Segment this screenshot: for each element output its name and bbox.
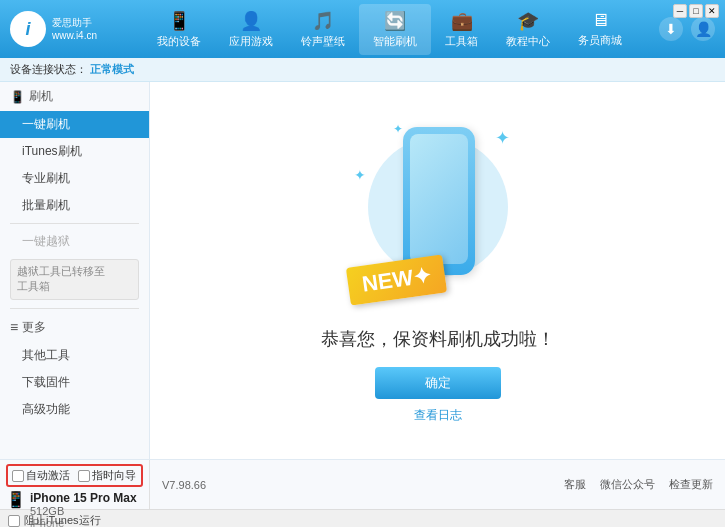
timed-guide-checkbox[interactable] [78, 470, 90, 482]
sparkle-2: ✦ [354, 167, 366, 183]
success-message: 恭喜您，保资料刷机成功啦！ [321, 327, 555, 351]
flash-icon: 🔄 [384, 10, 406, 32]
nav-smart-flash[interactable]: 🔄 智能刷机 [359, 4, 431, 55]
new-badge: NEW✦ [345, 254, 447, 305]
device-sidebar: 自动激活 指时向导 📱 iPhone 15 Pro Max 512GB iPho… [0, 460, 150, 509]
bottom-status-bar: V7.98.66 客服 微信公众号 检查更新 [150, 460, 725, 509]
logo: i 爱思助手 www.i4.cn [10, 11, 120, 47]
wechat-link[interactable]: 微信公众号 [600, 477, 655, 492]
phone-body [403, 127, 475, 275]
apps-icon: 👤 [240, 10, 262, 32]
sidebar-itunes-flash[interactable]: iTunes刷机 [0, 138, 149, 165]
minimize-button[interactable]: ─ [673, 4, 687, 18]
sidebar-divider2 [10, 308, 139, 309]
phone-screen [410, 134, 468, 264]
ringtone-icon: 🎵 [312, 10, 334, 32]
device-footer: 自动激活 指时向导 📱 iPhone 15 Pro Max 512GB iPho… [0, 459, 725, 509]
check-update-link[interactable]: 检查更新 [669, 477, 713, 492]
itunes-checkbox[interactable] [8, 515, 20, 527]
nav-ringtone[interactable]: 🎵 铃声壁纸 [287, 4, 359, 55]
maximize-button[interactable]: □ [689, 4, 703, 18]
device-name: iPhone 15 Pro Max [30, 491, 137, 505]
timed-guide-row: 指时向导 [78, 468, 136, 483]
confirm-button[interactable]: 确定 [375, 367, 501, 399]
sidebar-other-tools[interactable]: 其他工具 [0, 342, 149, 369]
sparkle-1: ✦ [495, 127, 510, 149]
auto-activate-checkbox[interactable] [12, 470, 24, 482]
phone-screen-bg [410, 134, 468, 264]
customer-service-link[interactable]: 客服 [564, 477, 586, 492]
flash-section-icon: 📱 [10, 90, 25, 104]
sidebar: 📱 刷机 一键刷机 iTunes刷机 专业刷机 批量刷机 一键越狱 越狱工具已转… [0, 82, 150, 459]
bottom-links: 客服 微信公众号 检查更新 [564, 477, 713, 492]
sidebar-jailbreak-note: 越狱工具已转移至 工具箱 [10, 259, 139, 300]
top-right-controls: ⬇ 👤 [659, 17, 715, 41]
sidebar-divider1 [10, 223, 139, 224]
close-button[interactable]: ✕ [705, 4, 719, 18]
itunes-label: 阻止iTunes运行 [24, 513, 101, 527]
nav-my-device[interactable]: 📱 我的设备 [143, 4, 215, 55]
nav-toolbox[interactable]: 💼 工具箱 [431, 4, 492, 55]
nav-apps-games[interactable]: 👤 应用游戏 [215, 4, 287, 55]
status-bar: 设备连接状态： 正常模式 [0, 58, 725, 82]
log-link[interactable]: 查看日志 [414, 407, 462, 424]
sidebar-jailbreak-disabled: 一键越狱 [0, 228, 149, 255]
checkbox-container: 自动激活 指时向导 [6, 464, 143, 487]
logo-text: 爱思助手 www.i4.cn [52, 16, 97, 42]
nav-tutorial[interactable]: 🎓 教程中心 [492, 4, 564, 55]
logo-icon: i [10, 11, 46, 47]
tutorial-icon: 🎓 [517, 10, 539, 32]
toolbox-icon: 💼 [451, 10, 473, 32]
sparkle-3: ✦ [393, 122, 403, 136]
sidebar-more-header[interactable]: ≡ 更多 [0, 313, 149, 342]
auto-activate-row: 自动激活 [12, 468, 70, 483]
sidebar-pro-flash[interactable]: 专业刷机 [0, 165, 149, 192]
nav-bar: 📱 我的设备 👤 应用游戏 🎵 铃声壁纸 🔄 智能刷机 💼 工具箱 🎓 [120, 4, 659, 55]
phone-illustration: ✦ ✦ ✦ NEW✦ [338, 117, 538, 317]
sidebar-flash-header[interactable]: 📱 刷机 [0, 82, 149, 111]
main-layout: 📱 刷机 一键刷机 iTunes刷机 专业刷机 批量刷机 一键越狱 越狱工具已转… [0, 82, 725, 459]
account-button[interactable]: 👤 [691, 17, 715, 41]
device-icon: 📱 [168, 10, 190, 32]
sidebar-batch-flash[interactable]: 批量刷机 [0, 192, 149, 219]
sidebar-one-key-flash[interactable]: 一键刷机 [0, 111, 149, 138]
service-icon: 🖥 [591, 10, 609, 31]
sidebar-advanced[interactable]: 高级功能 [0, 396, 149, 423]
top-nav-bar: i 爱思助手 www.i4.cn 📱 我的设备 👤 应用游戏 🎵 铃声壁纸 🔄 … [0, 0, 725, 58]
content-area: ✦ ✦ ✦ NEW✦ 恭喜您，保资料刷机成功啦！ 确定 查看日志 [150, 82, 725, 459]
phone-device-icon: 📱 [6, 490, 26, 509]
download-button[interactable]: ⬇ [659, 17, 683, 41]
nav-service[interactable]: 🖥 务员商城 [564, 4, 636, 55]
sidebar-download-fw[interactable]: 下载固件 [0, 369, 149, 396]
version-text: V7.98.66 [162, 479, 206, 491]
